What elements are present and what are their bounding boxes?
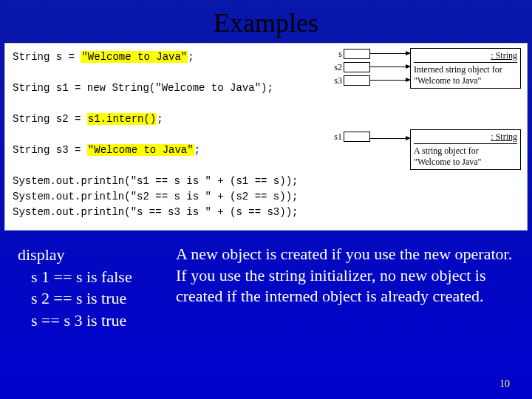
obj2-body: A string object for "Welcome to Java" — [414, 146, 517, 168]
code-l3-highlight: s1.intern() — [87, 113, 157, 125]
var-s-box — [344, 49, 370, 59]
arrow-s2 — [370, 66, 410, 67]
explain-p1: A new object is created if you use the n… — [176, 244, 514, 265]
var-s1-label: s1 — [329, 132, 342, 143]
interned-string-object: : String Interned string object for "Wel… — [410, 48, 521, 89]
code-l2: String s1 = new String("Welcome to Java"… — [13, 82, 273, 94]
display-r2: s 2 == s is true — [18, 287, 158, 310]
code-diagram-panel: String s = "Welcome to Java"; String s1 … — [4, 43, 528, 231]
code-l1a: String s = — [13, 51, 81, 63]
code-block: String s = "Welcome to Java"; String s1 … — [13, 50, 298, 220]
display-heading: display — [18, 244, 158, 266]
code-l6: System.out.println("s2 == s is " + (s2 =… — [13, 191, 298, 202]
code-l4a: String s3 = — [13, 144, 87, 156]
code-l3c: ; — [157, 113, 163, 125]
var-s3-label: s3 — [329, 75, 342, 86]
code-l4c: ; — [194, 144, 200, 156]
var-s1-box — [344, 132, 370, 142]
obj1-body: Interned string object for "Welcome to J… — [414, 64, 517, 86]
code-l5: System.out.println("s1 == s is " + (s1 =… — [13, 175, 298, 187]
arrow-s — [370, 53, 410, 54]
page-number: 10 — [499, 378, 510, 390]
code-l7: System.out.println("s == s3 is " + (s ==… — [13, 206, 298, 218]
arrow-s1 — [370, 138, 410, 139]
new-string-object: : String A string object for "Welcome to… — [410, 129, 521, 170]
display-r1: s 1 == s is false — [18, 266, 158, 288]
code-l1c: ; — [188, 51, 194, 63]
display-r3: s == s 3 is true — [18, 310, 158, 332]
obj2-header: : String — [414, 132, 517, 144]
obj1-header: : String — [414, 50, 517, 63]
explain-p2: If you use the string initializer, no ne… — [176, 265, 514, 307]
page-title: Examples — [0, 0, 532, 43]
display-output: display s 1 == s is false s 2 == s is tr… — [18, 244, 158, 332]
explanation: A new object is created if you use the n… — [176, 244, 514, 332]
code-l4-highlight: "Welcome to Java" — [87, 144, 194, 156]
var-s3-box — [344, 75, 370, 86]
var-s-label: s — [329, 49, 342, 60]
code-l3a: String s2 = — [13, 113, 87, 125]
arrow-s3 — [370, 80, 410, 81]
var-s2-label: s2 — [329, 62, 342, 73]
bottom-text: display s 1 == s is false s 2 == s is tr… — [0, 231, 532, 332]
var-s2-box — [344, 62, 370, 72]
code-l1-highlight: "Welcome to Java" — [81, 51, 188, 63]
diagram: s s2 s3 : String Interned string object … — [329, 48, 521, 144]
